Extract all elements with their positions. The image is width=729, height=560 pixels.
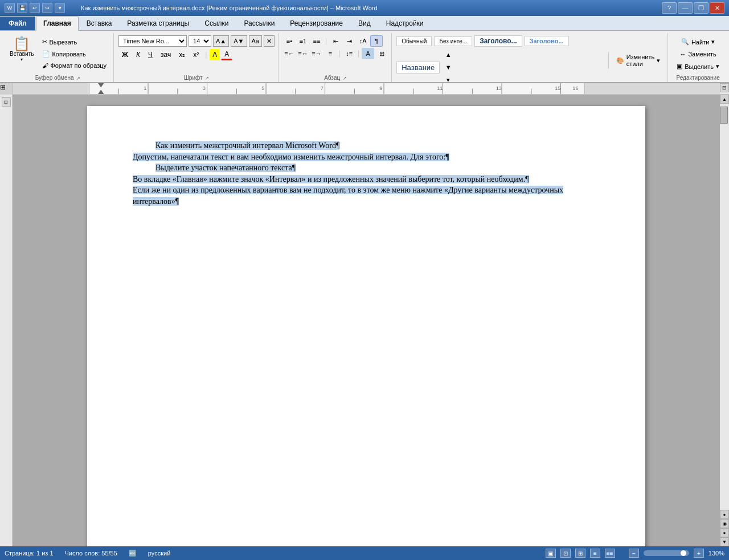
zoom-thumb[interactable] bbox=[681, 550, 686, 556]
decrease-indent-button[interactable]: ⇤ bbox=[329, 35, 342, 47]
next-page-button[interactable]: ● bbox=[720, 528, 729, 537]
increase-indent-button[interactable]: ⇥ bbox=[343, 35, 355, 47]
scroll-up-button[interactable]: ▲ bbox=[720, 95, 729, 104]
multilevel-list-button[interactable]: ≡≡ bbox=[310, 35, 323, 47]
text-highlight-button[interactable]: A bbox=[210, 49, 220, 60]
style-heading1[interactable]: Заголово... bbox=[474, 35, 522, 47]
justify-button[interactable]: ≡ bbox=[324, 48, 337, 59]
vertical-scrollbar[interactable]: ▲ ● ◉ ● ▼ bbox=[720, 95, 729, 546]
view-web-button[interactable]: ⊞ bbox=[575, 549, 585, 558]
zoom-in-button[interactable]: + bbox=[694, 549, 704, 558]
tab-file[interactable]: Файл bbox=[0, 17, 35, 30]
redo-button[interactable]: ↪ bbox=[42, 3, 52, 13]
svg-text:16: 16 bbox=[572, 86, 578, 92]
style-no-spacing[interactable]: Без инте... bbox=[434, 36, 472, 46]
zoom-level[interactable]: 130% bbox=[708, 550, 724, 557]
close-button[interactable]: ✕ bbox=[710, 2, 724, 14]
ribbon-tabs: Файл Главная Вставка Разметка страницы С… bbox=[0, 16, 729, 31]
font-color-button[interactable]: A bbox=[221, 49, 232, 60]
tab-mailings[interactable]: Рассылки bbox=[236, 17, 282, 30]
tab-home[interactable]: Главная bbox=[36, 17, 79, 31]
tab-layout[interactable]: Разметка страницы bbox=[120, 17, 196, 30]
replace-button[interactable]: ↔Заменить bbox=[675, 49, 720, 59]
ruler-corner[interactable]: ⊞ bbox=[0, 83, 13, 95]
ribbon-home: 📋 Вставить ▾ ✂Вырезать 📄Копировать 🖌Форм… bbox=[0, 31, 729, 83]
bold-button[interactable]: Ж bbox=[118, 49, 132, 60]
subscript-button[interactable]: x₂ bbox=[175, 49, 189, 60]
select-browse-object-button[interactable]: ◉ bbox=[720, 519, 729, 528]
paragraph-5: Если же ни один из предложенных варианто… bbox=[133, 185, 600, 207]
word-logo-icon[interactable]: W bbox=[5, 3, 15, 13]
numbering-button[interactable]: ≡1 bbox=[297, 35, 309, 47]
page-view-tool[interactable]: ⊡ bbox=[2, 97, 11, 107]
zoom-out-button[interactable]: − bbox=[629, 549, 639, 558]
language-indicator[interactable]: русский bbox=[148, 550, 170, 557]
align-left-button[interactable]: ≡← bbox=[283, 48, 296, 59]
scroll-thumb[interactable] bbox=[720, 107, 728, 124]
svg-text:1: 1 bbox=[144, 86, 146, 92]
bullets-button[interactable]: ≡• bbox=[283, 35, 296, 47]
style-normal[interactable]: Обычный bbox=[396, 36, 432, 46]
copy-button[interactable]: 📄Копировать bbox=[39, 48, 110, 59]
minimize-button[interactable]: — bbox=[678, 2, 693, 14]
paragraph-group: ≡• ≡1 ≡≡ | ⇤ ⇥ ↕A ¶ ≡← ≡↔ ≡→ ≡ | ↕≡ | A … bbox=[280, 33, 392, 82]
tab-references[interactable]: Ссылки bbox=[197, 17, 236, 30]
styles-scroll-up[interactable]: ▲ bbox=[442, 49, 454, 60]
shrink-font-button[interactable]: A▼ bbox=[231, 35, 247, 47]
line-spacing-button[interactable]: ↕≡ bbox=[343, 48, 355, 59]
underline-button[interactable]: Ч bbox=[145, 49, 156, 60]
svg-text:13: 13 bbox=[496, 86, 502, 92]
italic-button[interactable]: К bbox=[133, 49, 144, 60]
view-draft-button[interactable]: ≡≡ bbox=[605, 549, 615, 558]
svg-text:3: 3 bbox=[203, 86, 206, 92]
zoom-slider[interactable] bbox=[644, 550, 689, 556]
change-case-button[interactable]: Aa bbox=[249, 35, 262, 47]
spell-check-icon[interactable]: 🔤 bbox=[129, 550, 137, 557]
prev-page-button[interactable]: ● bbox=[720, 510, 729, 519]
document-area[interactable]: Как изменить межстрочный интервал Micros… bbox=[13, 95, 720, 546]
view-outline-button[interactable]: ≡ bbox=[590, 549, 600, 558]
help-button[interactable]: ? bbox=[662, 2, 677, 14]
align-center-button[interactable]: ≡↔ bbox=[297, 48, 309, 59]
superscript-button[interactable]: x² bbox=[190, 49, 202, 60]
align-right-button[interactable]: ≡→ bbox=[310, 48, 323, 59]
undo-button[interactable]: ↩ bbox=[30, 3, 40, 13]
styles-scroll-down[interactable]: ▼ bbox=[442, 62, 454, 73]
paragraph-1: Как изменить межстрочный интервал Micros… bbox=[133, 140, 600, 152]
scroll-down-button[interactable]: ▼ bbox=[720, 537, 729, 546]
view-print-button[interactable]: ▣ bbox=[546, 549, 556, 558]
find-button[interactable]: 🔍Найти▾ bbox=[677, 36, 719, 47]
borders-button[interactable]: ⊞ bbox=[375, 48, 388, 59]
sort-button[interactable]: ↕A bbox=[357, 35, 369, 47]
title-bar: W 💾 ↩ ↪ ▾ Как изменить межстрочный интер… bbox=[0, 0, 729, 16]
view-fullscreen-button[interactable]: ⊡ bbox=[560, 549, 571, 558]
tab-insert[interactable]: Вставка bbox=[79, 17, 120, 30]
paste-button[interactable]: 📋 Вставить ▾ bbox=[6, 35, 38, 64]
save-button[interactable]: 💾 bbox=[17, 3, 27, 13]
font-size-select[interactable]: 14 bbox=[189, 35, 211, 47]
selected-text-3: Выделите участок напечатанного текста¶ bbox=[155, 163, 296, 172]
tab-addins[interactable]: Надстройки bbox=[379, 17, 431, 30]
select-button[interactable]: ▣Выделить▾ bbox=[673, 61, 723, 72]
format-painter-button[interactable]: 🖌Формат по образцу bbox=[39, 60, 110, 71]
clear-format-button[interactable]: ✕ bbox=[264, 35, 275, 47]
customize-qat-button[interactable]: ▾ bbox=[55, 3, 65, 13]
cut-button[interactable]: ✂Вырезать bbox=[39, 36, 110, 47]
tab-review[interactable]: Рецензирование bbox=[282, 17, 350, 30]
restore-button[interactable]: ❐ bbox=[694, 2, 708, 14]
style-heading2[interactable]: Заголово... bbox=[525, 36, 569, 46]
scroll-track[interactable] bbox=[720, 104, 729, 510]
shading-button[interactable]: A bbox=[362, 48, 374, 59]
font-selector-row: Times New Ro... 14 A▲ A▼ Aa ✕ bbox=[118, 35, 275, 47]
strikethrough-button[interactable]: зач bbox=[157, 49, 174, 60]
tab-view[interactable]: Вид bbox=[351, 17, 378, 30]
style-title[interactable]: Название bbox=[396, 62, 440, 73]
change-styles-button[interactable]: 🎨Изменитьстили▾ bbox=[612, 52, 665, 69]
editing-group: 🔍Найти▾ ↔Заменить ▣Выделить▾ Редактирова… bbox=[669, 33, 727, 82]
show-formatting-button[interactable]: ¶ bbox=[370, 35, 383, 47]
font-family-select[interactable]: Times New Ro... bbox=[118, 35, 187, 47]
svg-rect-1 bbox=[13, 83, 89, 94]
selected-text-2: Допустим, напечатали текст и вам необход… bbox=[133, 153, 449, 161]
grow-font-button[interactable]: A▲ bbox=[213, 35, 229, 47]
svg-text:15: 15 bbox=[555, 86, 560, 92]
